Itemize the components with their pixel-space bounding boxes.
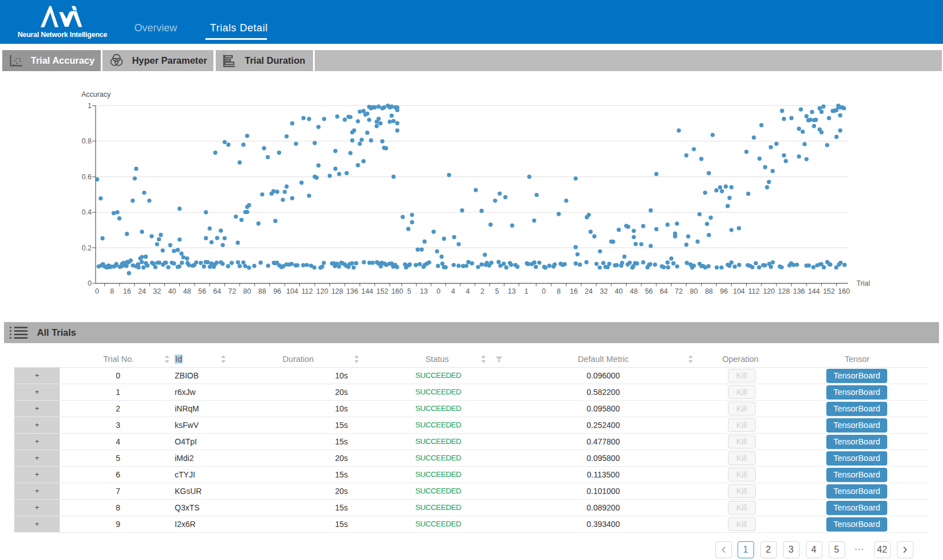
svg-text:1: 1	[88, 102, 92, 110]
svg-text:0: 0	[542, 287, 546, 295]
svg-text:120: 120	[763, 287, 775, 295]
svg-text:112: 112	[302, 287, 313, 295]
svg-text:96: 96	[720, 287, 728, 295]
svg-text:0.4: 0.4	[82, 208, 92, 216]
svg-text:112: 112	[748, 287, 760, 295]
svg-text:0: 0	[95, 287, 99, 295]
svg-text:0.6: 0.6	[82, 173, 92, 181]
svg-text:160: 160	[838, 287, 850, 295]
svg-text:24: 24	[138, 287, 146, 295]
svg-text:40: 40	[615, 287, 623, 295]
svg-text:16: 16	[123, 287, 131, 295]
svg-text:144: 144	[808, 287, 820, 295]
svg-text:128: 128	[331, 287, 343, 295]
svg-text:64: 64	[660, 287, 668, 295]
svg-text:Accuracy: Accuracy	[81, 90, 111, 98]
svg-text:96: 96	[273, 287, 281, 295]
svg-text:72: 72	[675, 287, 683, 295]
svg-text:136: 136	[347, 287, 359, 295]
svg-text:80: 80	[690, 287, 698, 295]
svg-text:13: 13	[508, 287, 516, 295]
svg-text:48: 48	[630, 287, 638, 295]
svg-text:32: 32	[600, 287, 608, 295]
svg-text:64: 64	[213, 287, 221, 295]
svg-text:40: 40	[168, 287, 176, 295]
svg-text:152: 152	[376, 287, 388, 295]
svg-text:0.2: 0.2	[82, 244, 92, 252]
svg-text:136: 136	[793, 287, 805, 295]
svg-text:2: 2	[480, 287, 484, 295]
svg-text:Trial: Trial	[856, 279, 870, 287]
svg-text:152: 152	[823, 287, 835, 295]
svg-text:72: 72	[228, 287, 236, 295]
svg-text:144: 144	[361, 287, 373, 295]
svg-text:88: 88	[705, 287, 713, 295]
svg-text:128: 128	[778, 287, 790, 295]
svg-text:56: 56	[198, 287, 206, 295]
svg-text:0: 0	[437, 287, 440, 295]
svg-text:24: 24	[585, 287, 593, 295]
svg-text:56: 56	[645, 287, 653, 295]
svg-text:16: 16	[570, 287, 578, 295]
svg-text:5: 5	[495, 287, 499, 295]
svg-text:160: 160	[392, 287, 403, 295]
svg-text:8: 8	[557, 287, 561, 295]
svg-text:88: 88	[258, 287, 266, 295]
svg-text:8: 8	[110, 287, 114, 295]
svg-text:0: 0	[88, 279, 92, 287]
svg-text:4: 4	[451, 287, 455, 295]
svg-text:5: 5	[407, 287, 411, 295]
svg-text:104: 104	[733, 287, 745, 295]
svg-text:1: 1	[525, 287, 529, 295]
svg-text:104: 104	[286, 287, 298, 295]
svg-text:4: 4	[466, 287, 470, 295]
svg-text:120: 120	[316, 287, 328, 295]
svg-text:48: 48	[183, 287, 191, 295]
svg-text:80: 80	[243, 287, 251, 295]
svg-text:32: 32	[153, 287, 161, 295]
svg-text:13: 13	[420, 287, 428, 295]
svg-text:0.8: 0.8	[82, 137, 92, 145]
